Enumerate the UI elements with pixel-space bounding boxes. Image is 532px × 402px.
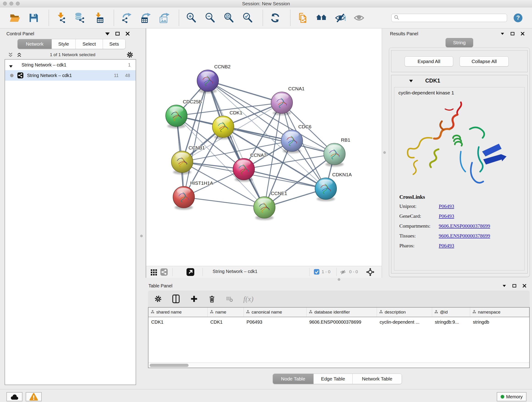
panel-menu-icon[interactable] [502, 283, 507, 288]
table-row[interactable]: CDK1CDK1P064939606.ENSP00000378699cyclin… [148, 317, 529, 327]
detach-view-icon[interactable] [186, 268, 194, 277]
export-image-button[interactable] [158, 12, 170, 24]
expand-all-button[interactable]: Expand All [405, 56, 453, 66]
panel-float-icon[interactable] [510, 32, 515, 36]
column-header-name[interactable]: name [208, 307, 244, 317]
column-sort-icon[interactable] [309, 310, 312, 315]
gear-icon[interactable] [127, 51, 133, 59]
edge-CDK1-RB1[interactable] [223, 127, 335, 154]
column-header-database-identifier[interactable]: database identifier [307, 307, 377, 317]
panel-float-icon[interactable] [115, 32, 120, 36]
column-sort-icon[interactable] [434, 310, 438, 315]
edge-CCNB2-HIST1H1A[interactable] [184, 81, 208, 197]
cloud-button[interactable] [6, 392, 22, 401]
crosslink-link[interactable]: 9606.ENSP00000378699 [439, 233, 490, 239]
vertical-splitter[interactable] [382, 28, 387, 278]
warning-button[interactable] [26, 392, 42, 401]
panel-float-icon[interactable] [512, 283, 517, 288]
eye-button[interactable] [353, 12, 365, 24]
edge-CCNE1-HIST1H1A[interactable] [184, 197, 264, 207]
node-CDC6[interactable] [281, 130, 303, 153]
table-cell[interactable]: cyclin-dependent ... [377, 317, 432, 327]
column-header-@id[interactable]: @id [432, 307, 470, 317]
grid-view-icon[interactable] [150, 268, 158, 277]
tab-style[interactable]: Style [52, 39, 76, 49]
houses-button[interactable] [315, 12, 328, 24]
node-CCNE1[interactable] [254, 197, 275, 220]
selected-checkbox-icon[interactable] [314, 269, 319, 275]
crosslink-link[interactable]: P06493 [439, 243, 454, 249]
table-cell[interactable]: stringdb [470, 317, 529, 327]
zoom-fit-button[interactable] [223, 12, 235, 24]
table-cell[interactable]: stringdb:9... [432, 317, 470, 327]
import-table-file-button[interactable] [93, 12, 105, 24]
column-header-label[interactable]: database identifier [314, 310, 350, 315]
bottom-splitter-handle[interactable] [338, 278, 340, 281]
table-cell[interactable]: CDK1 [208, 317, 244, 327]
crosslink-link[interactable]: P06493 [439, 203, 454, 209]
network-canvas[interactable]: CCNB2CCNA1CDC25BCDK1CDC6RB1CCNB1CCNA2CDK… [146, 28, 382, 266]
column-sort-icon[interactable] [210, 310, 214, 315]
tab-network-table[interactable]: Network Table [353, 374, 402, 384]
tab-sets[interactable]: Sets [103, 39, 125, 49]
network-share-icon[interactable] [160, 268, 168, 277]
horizontal-splitter[interactable] [146, 278, 532, 281]
column-sort-icon[interactable] [151, 310, 154, 315]
tab-select[interactable]: Select [76, 39, 103, 49]
collapse-triangle-icon[interactable] [409, 79, 413, 83]
node-CDC25B[interactable] [166, 105, 187, 128]
add-column-icon[interactable] [190, 295, 198, 303]
column-header-description[interactable]: description [377, 307, 432, 317]
column-header-shared-name[interactable]: shared name [148, 307, 208, 317]
close-window-icon[interactable] [3, 2, 7, 6]
edge-CCNA2-CDKN1A[interactable] [244, 169, 326, 189]
crosslink-link[interactable]: 9606.ENSP00000378699 [439, 223, 490, 229]
panel-menu-icon[interactable] [500, 32, 505, 36]
tab-node-table[interactable]: Node Table [273, 374, 314, 384]
node-CCNA1[interactable] [271, 92, 293, 115]
table-h-scrollbar[interactable] [148, 363, 529, 368]
node-RB1[interactable] [324, 143, 345, 167]
panel-close-icon[interactable] [520, 32, 525, 36]
protein-card-header[interactable]: CDK1 [391, 75, 527, 86]
column-header-canonical-name[interactable]: canonical name [244, 307, 307, 317]
network-collection-row[interactable]: String Network – cdk1 1 [5, 60, 136, 70]
import-network-database-button[interactable] [74, 12, 86, 24]
column-sort-icon[interactable] [246, 310, 250, 315]
panel-close-icon[interactable] [125, 32, 130, 36]
table-cell[interactable]: CDK1 [148, 317, 208, 327]
delete-trash-icon[interactable] [208, 294, 216, 303]
node-CCNB1[interactable] [171, 151, 193, 174]
save-session-button[interactable] [27, 12, 40, 24]
help-button[interactable]: ? [513, 13, 523, 23]
node-CDKN1A[interactable] [315, 178, 336, 201]
documents-share-button[interactable] [297, 12, 309, 24]
table-cell[interactable]: 9606.ENSP00000378699 [307, 317, 377, 327]
column-header-label[interactable]: canonical name [252, 310, 282, 315]
node-CDK1[interactable] [212, 116, 234, 139]
column-header-label[interactable]: name [215, 310, 226, 315]
search-field[interactable] [401, 14, 507, 21]
column-header-label[interactable]: shared name [156, 310, 182, 315]
tab-network[interactable]: Network [18, 39, 52, 49]
crosslink-link[interactable]: P06493 [439, 213, 454, 219]
zoom-selected-button[interactable] [241, 12, 254, 24]
edge-CCNB2-CCNA1[interactable] [208, 81, 282, 103]
birdseye-crosshair-icon[interactable] [366, 268, 374, 277]
column-header-label[interactable]: description [385, 310, 406, 315]
right-splitter-handle[interactable] [383, 151, 386, 154]
network-row[interactable]: String Network – cdk1 11 48 [5, 70, 136, 81]
collapse-all-button[interactable]: Collapse All [460, 56, 509, 66]
column-header-namespace[interactable]: namespace [470, 307, 529, 317]
node-HIST1H1A[interactable] [173, 186, 195, 210]
apply-layout-button[interactable] [269, 12, 281, 24]
tab-string[interactable]: String [446, 38, 473, 47]
collapse-triangle-icon[interactable] [9, 64, 13, 69]
import-network-file-button[interactable] [55, 12, 67, 24]
eye-slash-button[interactable] [334, 12, 346, 24]
column-sort-icon[interactable] [472, 310, 476, 315]
minimize-window-icon[interactable] [9, 2, 13, 6]
panel-close-icon[interactable] [522, 283, 527, 288]
node-CCNB2[interactable] [197, 70, 219, 93]
export-network-button[interactable] [120, 12, 133, 24]
